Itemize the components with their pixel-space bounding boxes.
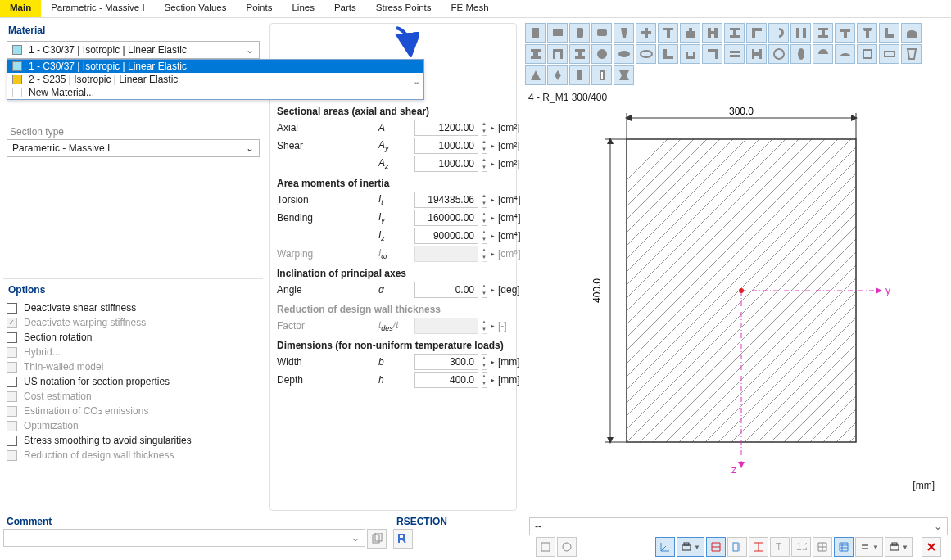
prop-value-input[interactable]: 400.0	[414, 372, 478, 388]
shape-button-31[interactable]	[813, 44, 833, 64]
prop-value-input[interactable]: 90000.00	[414, 228, 478, 244]
shape-button-30[interactable]	[790, 44, 811, 64]
shape-button-33[interactable]	[857, 44, 877, 64]
shape-button-0[interactable]	[525, 23, 546, 43]
spinner[interactable]: ▲▼	[482, 210, 487, 226]
material-option-new[interactable]: New Material...	[7, 86, 423, 99]
shape-button-13[interactable]	[813, 23, 833, 43]
shape-button-32[interactable]	[835, 44, 855, 64]
shape-button-17[interactable]	[901, 23, 922, 43]
view-grid[interactable]	[813, 537, 832, 557]
shape-icon	[839, 26, 852, 39]
view-text[interactable]: T	[770, 537, 790, 557]
spinner[interactable]: ▲▼	[482, 138, 487, 154]
material-option-2[interactable]: 2 - S235 | Isotropic | Linear Elastic ..…	[7, 73, 423, 86]
shape-button-24[interactable]	[658, 44, 678, 64]
shape-button-34[interactable]	[879, 44, 899, 64]
shape-button-7[interactable]	[680, 23, 700, 43]
shape-button-15[interactable]	[857, 23, 877, 43]
svg-marker-23	[555, 70, 561, 80]
shape-button-9[interactable]	[724, 23, 745, 43]
section-viewer[interactable]: 300.0 400.0 y z [mm]	[528, 106, 930, 476]
shape-button-8[interactable]	[702, 23, 722, 43]
shape-button-16[interactable]	[879, 23, 899, 43]
view-beam[interactable]	[749, 537, 768, 557]
shape-button-39[interactable]	[591, 65, 612, 85]
tab-points[interactable]: Points	[236, 0, 282, 17]
nav-btn-2[interactable]	[557, 537, 577, 557]
tab-parametric[interactable]: Parametric - Massive I	[41, 0, 154, 17]
view-section[interactable]	[727, 537, 747, 557]
shape-button-23[interactable]	[636, 44, 656, 64]
option-label: Section rotation	[24, 332, 92, 343]
view-printer[interactable]: ▼	[885, 537, 913, 557]
shape-button-20[interactable]	[569, 44, 590, 64]
shape-button-5[interactable]	[636, 23, 656, 43]
shape-button-26[interactable]	[702, 44, 722, 64]
shape-button-3[interactable]	[591, 23, 612, 43]
option-deactivate-shear-stiffness[interactable]: Deactivate shear stiffness	[3, 300, 263, 315]
prop-value-input[interactable]: 300.0	[414, 354, 478, 370]
view-axes[interactable]	[655, 537, 675, 557]
shape-button-29[interactable]	[768, 44, 789, 64]
spinner[interactable]: ▲▼	[482, 192, 487, 208]
tab-stress-points[interactable]: Stress Points	[366, 0, 442, 17]
shape-button-1[interactable]	[547, 23, 568, 43]
spinner[interactable]: ▲▼	[482, 156, 487, 172]
shape-button-21[interactable]	[591, 44, 612, 64]
shape-button-25[interactable]	[680, 44, 700, 64]
option-section-rotation[interactable]: Section rotation	[3, 330, 263, 345]
view-layers[interactable]: ▼	[855, 537, 883, 557]
prop-value-input[interactable]: 0.00	[414, 282, 478, 298]
shape-button-35[interactable]	[901, 44, 922, 64]
shape-button-28[interactable]	[746, 44, 767, 64]
spinner[interactable]: ▲▼	[482, 282, 487, 298]
spinner[interactable]: ▲▼	[482, 354, 487, 370]
shape-button-10[interactable]	[746, 23, 767, 43]
shape-button-6[interactable]	[658, 23, 678, 43]
spinner[interactable]: ▲▼	[482, 120, 487, 136]
view-print[interactable]: ▼	[677, 537, 704, 557]
material-dropdown[interactable]: 1 - C30/37 | Isotropic | Linear Elastic …	[7, 41, 260, 59]
tab-parts[interactable]: Parts	[324, 0, 366, 17]
prop-value-input[interactable]: 1200.00	[414, 120, 478, 136]
tab-fe-mesh[interactable]: FE Mesh	[442, 0, 499, 17]
right-select[interactable]: --⌄	[529, 517, 948, 535]
option-stress-smoothing-to-avoid-sing[interactable]: Stress smoothing to avoid singularities	[3, 433, 263, 448]
spinner[interactable]: ▲▼	[482, 228, 487, 244]
shape-button-2[interactable]	[569, 23, 590, 43]
shape-button-18[interactable]	[525, 44, 546, 64]
view-dims[interactable]	[706, 537, 726, 557]
shape-button-4[interactable]	[614, 23, 634, 43]
option-us-notation-for-section-proper[interactable]: US notation for section properties	[3, 374, 263, 389]
shape-button-37[interactable]	[547, 65, 568, 85]
comment-copy-button[interactable]	[367, 529, 387, 549]
shape-button-36[interactable]	[525, 65, 546, 85]
comment-input[interactable]: ⌄	[3, 529, 365, 547]
prop-value-input[interactable]: 1000.00	[414, 138, 478, 154]
prop-symbol: Ay	[378, 139, 411, 152]
shape-button-14[interactable]	[835, 23, 855, 43]
shape-button-19[interactable]	[547, 44, 568, 64]
svg-line-30	[528, 139, 707, 442]
tab-section-values[interactable]: Section Values	[155, 0, 237, 17]
shape-button-38[interactable]	[569, 65, 590, 85]
prop-value-input[interactable]: 1000.00	[414, 156, 478, 172]
section-type-dropdown[interactable]: Parametric - Massive I ⌄	[7, 139, 260, 157]
material-option-1[interactable]: 1 - C30/37 | Isotropic | Linear Elastic	[7, 60, 423, 73]
rsection-button[interactable]	[393, 529, 413, 549]
prop-value-input[interactable]: 160000.00	[414, 210, 478, 226]
shape-button-40[interactable]	[614, 65, 634, 85]
view-table[interactable]	[834, 537, 854, 557]
shape-button-12[interactable]	[790, 23, 811, 43]
tab-lines[interactable]: Lines	[282, 0, 324, 17]
tab-main[interactable]: Main	[0, 0, 41, 17]
close-btn[interactable]	[922, 537, 941, 557]
shape-button-22[interactable]	[614, 44, 634, 64]
prop-value-input[interactable]: 194385.06	[414, 192, 478, 208]
view-values[interactable]: 1.2	[791, 537, 811, 557]
shape-button-27[interactable]	[724, 44, 745, 64]
shape-button-11[interactable]	[768, 23, 789, 43]
spinner[interactable]: ▲▼	[482, 372, 487, 388]
nav-btn-1[interactable]	[536, 537, 555, 557]
